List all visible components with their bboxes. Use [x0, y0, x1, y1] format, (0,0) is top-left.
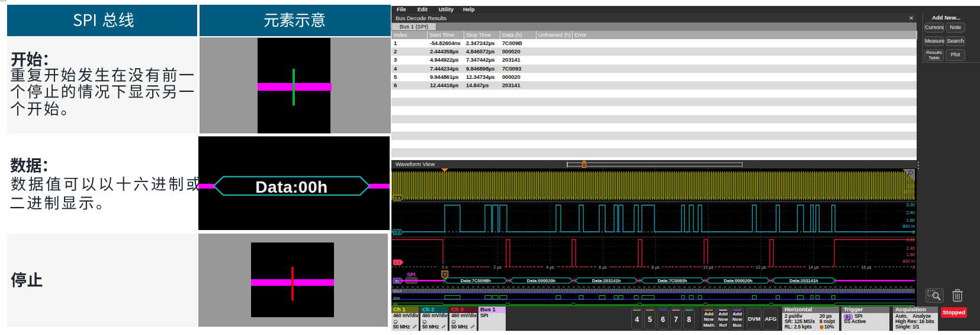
svg-text:920 m: 920 m [904, 190, 915, 194]
svg-text:0: 0 [912, 196, 915, 200]
svg-text:Data:203141h: Data:203141h [789, 278, 818, 283]
svg-text:C 1: C 1 [394, 196, 400, 200]
svg-text:SCLK: SCLK [393, 289, 402, 293]
svg-text:SPI: SPI [407, 272, 416, 277]
svg-text:C 2: C 2 [394, 231, 400, 234]
svg-text:U: U [583, 164, 585, 167]
svg-text:U: U [821, 326, 823, 329]
svg-text:2.40: 2.40 [906, 245, 915, 251]
svg-text:T: T [444, 272, 446, 277]
svg-text:C 3: C 3 [394, 261, 400, 264]
svg-text:10 µs: 10 µs [703, 265, 714, 270]
svg-text:0 s: 0 s [442, 265, 448, 269]
svg-text:0: 0 [912, 229, 915, 235]
svg-text:12 µs: 12 µs [756, 265, 766, 270]
svg-text:8 µs: 8 µs [651, 265, 660, 270]
svg-text:3.20: 3.20 [906, 237, 915, 243]
svg-text:1.60: 1.60 [906, 252, 915, 257]
svg-text:Data:7C009Bh: Data:7C009Bh [461, 278, 491, 283]
svg-text:4 µs: 4 µs [546, 265, 554, 270]
svg-text:Data:203141h: Data:203141h [592, 278, 621, 283]
svg-text:6 µs: 6 µs [599, 265, 607, 270]
svg-text:800 m: 800 m [902, 259, 915, 264]
svg-text:Data:000020h: Data:000020h [527, 278, 556, 283]
svg-text:SDA: SDA [393, 296, 400, 300]
svg-text:16 µs: 16 µs [861, 265, 872, 270]
svg-text:1.60: 1.60 [906, 218, 915, 223]
svg-text:2 µs: 2 µs [493, 265, 502, 270]
svg-text:B1: B1 [395, 279, 400, 283]
svg-text:Data:000020h: Data:000020h [724, 278, 753, 283]
svg-text:2.40: 2.40 [906, 210, 915, 215]
svg-text:800 m: 800 m [902, 224, 915, 229]
svg-text:14 µs: 14 µs [808, 265, 819, 270]
svg-text:Data:7C0093h: Data:7C0093h [658, 278, 687, 283]
svg-text:3.20: 3.20 [906, 202, 915, 208]
svg-text:1.84: 1.84 [907, 184, 915, 188]
svg-text:0: 0 [912, 264, 915, 270]
